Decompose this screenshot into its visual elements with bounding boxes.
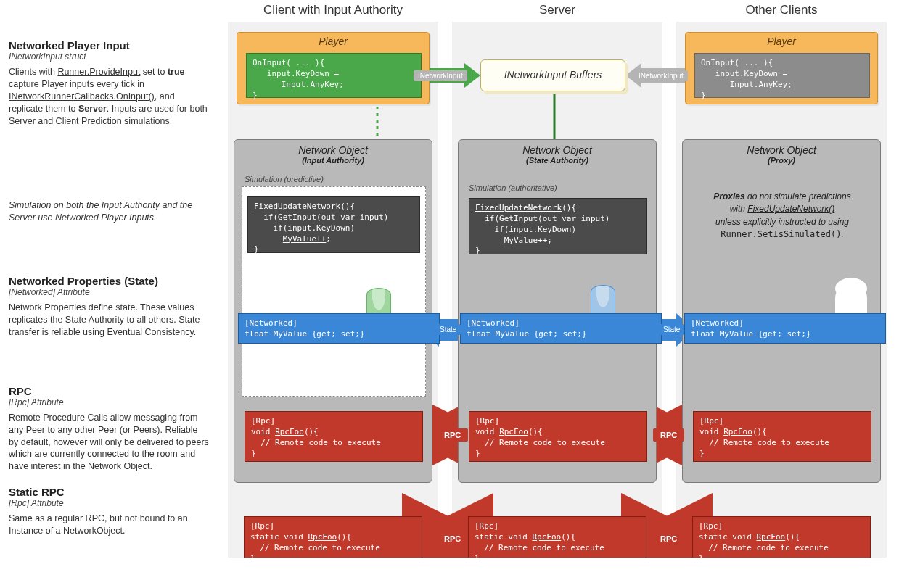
proxy-note: Proxies do not simulate predictionswith … xyxy=(697,191,867,241)
section-title: Static RPC xyxy=(9,486,209,498)
netobj-subtitle: (State Authority) xyxy=(459,156,656,165)
label-state-left: State xyxy=(435,324,461,335)
column-header: Client with Input Authority xyxy=(228,3,438,17)
code-static-rpc-other: [Rpc] static void RpcFoo(){ // Remote co… xyxy=(692,516,871,558)
column-header: Other Clients xyxy=(676,3,887,17)
code-rpc-proxy: [Rpc] void RpcFoo(){ // Remote code to e… xyxy=(693,411,871,462)
section-body: Same as a regular RPC, but not bound to … xyxy=(9,513,209,537)
section-body: Clients with Runner.ProvideInput set to … xyxy=(9,66,209,127)
code-rpc-client: [Rpc] void RpcFoo(){ // Remote code to e… xyxy=(245,411,423,462)
code-oninput-client: OnInput( ... ){ input.KeyDown = Input.An… xyxy=(246,53,422,98)
inetworkinput-buffers: INetworkInput Buffers xyxy=(480,59,625,91)
section-networked-properties: Networked Properties (State) [Networked]… xyxy=(9,275,209,339)
section-networked-player-input: Networked Player Input INetworkInput str… xyxy=(9,39,209,127)
player-card-client: Player OnInput( ... ){ input.KeyDown = I… xyxy=(237,32,430,104)
network-object-proxy: Network Object (Proxy) Proxies do not si… xyxy=(682,139,881,483)
netobj-title: Network Object xyxy=(683,144,880,156)
section-static-rpc: Static RPC [Rpc] Attribute Same as a reg… xyxy=(9,486,209,537)
network-object-state-authority: Network Object (State Authority) Simulat… xyxy=(458,139,657,483)
player-card-title: Player xyxy=(686,33,877,51)
code-networked-client: [Networked] float MyValue {get; set;} xyxy=(238,313,440,344)
section-subtitle: [Rpc] Attribute xyxy=(9,498,209,508)
buffers-label: INetworkInput Buffers xyxy=(504,69,602,80)
netobj-title: Network Object xyxy=(459,144,656,156)
netobj-title: Network Object xyxy=(234,144,432,156)
netobj-header: Network Object (State Authority) xyxy=(459,140,656,166)
sim-label-predictive: Simulation (predictive) xyxy=(245,175,324,183)
sim-label-authoritative: Simulation (authoritative) xyxy=(469,183,557,192)
netobj-subtitle: (Proxy) xyxy=(683,156,880,165)
code-fixedupdatenetwork-server: FixedUpdateNetwork(){ if(GetInput(out va… xyxy=(469,198,647,254)
code-oninput-other: OnInput( ... ){ input.KeyDown = Input.An… xyxy=(694,53,870,98)
player-card-title: Player xyxy=(237,33,429,51)
code-static-rpc-client: [Rpc] static void RpcFoo(){ // Remote co… xyxy=(244,516,422,558)
netobj-subtitle: (Input Authority) xyxy=(234,156,432,165)
section-title: RPC xyxy=(9,385,209,397)
section-simulation-note: Simulation on both the Input Authority a… xyxy=(9,199,209,224)
network-object-input-authority: Network Object (Input Authority) Simulat… xyxy=(234,139,432,483)
code-rpc-server: [Rpc] void RpcFoo(){ // Remote code to e… xyxy=(469,411,647,462)
section-body: Simulation on both the Input Authority a… xyxy=(9,199,209,224)
section-rpc: RPC [Rpc] Attribute Remote Procedure Cal… xyxy=(9,385,209,473)
code-fixedupdatenetwork-client: FixedUpdateNetwork(){ if(GetInput(out va… xyxy=(247,196,420,253)
netobj-header: Network Object (Input Authority) xyxy=(234,140,432,166)
code-static-rpc-server: [Rpc] static void RpcFoo(){ // Remote co… xyxy=(468,516,646,558)
section-body: Remote Procedure Calls allow messaging f… xyxy=(9,412,209,473)
column-header: Server xyxy=(452,3,662,17)
label-rpc-right: RPC xyxy=(653,428,684,442)
label-state-right: State xyxy=(659,324,684,335)
section-subtitle: [Rpc] Attribute xyxy=(9,397,209,407)
label-inetworkinput-right: INetworkInput xyxy=(634,70,688,81)
section-body: Network Properties define state. These v… xyxy=(9,302,209,339)
section-title: Networked Properties (State) xyxy=(9,275,209,287)
section-title: Networked Player Input xyxy=(9,39,209,51)
code-networked-server: [Networked] float MyValue {get; set;} xyxy=(460,313,662,344)
diagram-area: Client with Input Authority Server Other… xyxy=(218,0,899,558)
player-card-other: Player OnInput( ... ){ input.KeyDown = I… xyxy=(685,32,878,104)
label-static-rpc-right: RPC xyxy=(653,532,684,545)
section-subtitle: INetworkInput struct xyxy=(9,51,209,62)
code-networked-proxy: [Networked] float MyValue {get; set;} xyxy=(684,313,886,344)
left-column: Networked Player Input INetworkInput str… xyxy=(0,0,218,558)
label-inetworkinput-left: INetworkInput xyxy=(414,70,467,81)
section-subtitle: [Networked] Attribute xyxy=(9,287,209,297)
label-rpc-left: RPC xyxy=(437,428,468,442)
label-static-rpc-left: RPC xyxy=(437,532,468,545)
netobj-header: Network Object (Proxy) xyxy=(683,140,880,166)
